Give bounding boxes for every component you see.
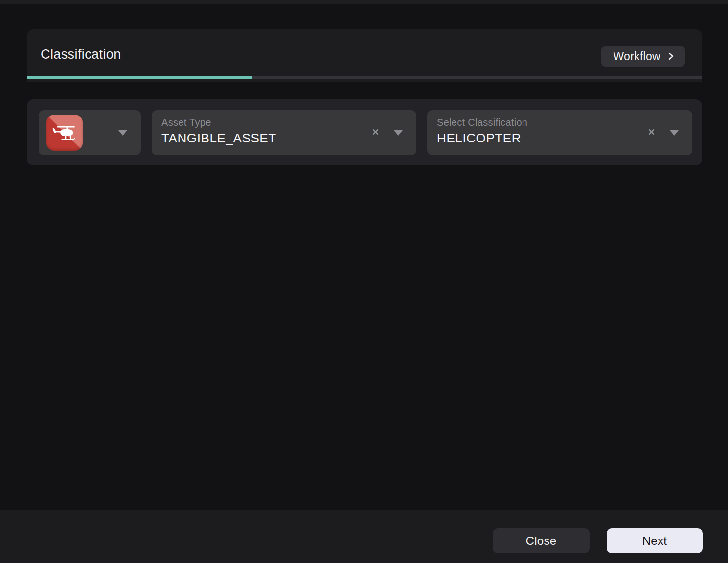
classification-texts: Select Classification HELICOPTER xyxy=(437,117,527,146)
clear-icon[interactable]: ✕ xyxy=(372,128,379,137)
caret-down-icon[interactable] xyxy=(394,130,403,136)
progress-fill xyxy=(27,76,252,79)
classification-label: Select Classification xyxy=(437,117,527,128)
window-top-strip xyxy=(0,0,728,4)
classification-form: Asset Type TANGIBLE_ASSET ✕ Select Class… xyxy=(27,99,702,165)
asset-type-value: TANGIBLE_ASSET xyxy=(161,131,276,146)
progress-track xyxy=(27,76,702,79)
asset-type-dropdown[interactable]: Asset Type TANGIBLE_ASSET ✕ xyxy=(152,110,416,155)
chevron-right-icon xyxy=(665,50,676,62)
asset-type-texts: Asset Type TANGIBLE_ASSET xyxy=(161,117,276,146)
workflow-button-label: Workflow xyxy=(613,50,660,63)
close-button[interactable]: Close xyxy=(493,528,590,553)
next-button[interactable]: Next xyxy=(607,528,703,553)
workflow-button[interactable]: Workflow xyxy=(601,46,685,67)
footer-bar: Close Next xyxy=(0,510,728,563)
asset-icon-dropdown[interactable] xyxy=(39,110,141,155)
page-title: Classification xyxy=(41,47,121,62)
caret-down-icon xyxy=(118,130,127,136)
clear-icon[interactable]: ✕ xyxy=(648,128,655,137)
dialog-header: Classification Workflow xyxy=(27,29,702,82)
classification-dialog: Classification Workflow xyxy=(0,0,728,563)
caret-down-icon[interactable] xyxy=(670,130,679,136)
helicopter-icon xyxy=(46,115,83,151)
classification-dropdown[interactable]: Select Classification HELICOPTER ✕ xyxy=(427,110,692,155)
classification-value: HELICOPTER xyxy=(437,131,527,146)
asset-type-label: Asset Type xyxy=(161,117,276,128)
